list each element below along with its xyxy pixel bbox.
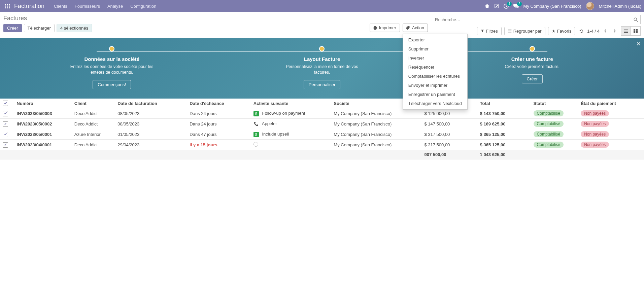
action-post[interactable]: Comptabiliser les écritures [403,72,467,81]
search-input[interactable] [432,17,631,22]
app-title[interactable]: Facturation [14,3,44,10]
control-panel: Factures Créer Télécharger 4 sélectionné… [0,12,644,38]
svg-rect-14 [636,31,638,33]
action-delete[interactable]: Supprimer [403,44,467,53]
search-icon[interactable] [631,17,640,22]
close-icon[interactable]: ✕ [636,41,641,47]
nav-fournisseurs[interactable]: Fournisseurs [71,1,103,11]
th-due-date[interactable]: Date d'échéance [187,99,251,108]
svg-line-10 [636,20,638,22]
svg-point-9 [634,18,637,21]
nav-analyse[interactable]: Analyse [104,1,126,11]
cell-inv-date: 29/04/2023 [115,140,187,150]
cell-total: $ 365 125,00 [477,140,531,150]
th-client[interactable]: Client [72,99,115,108]
row-checkbox[interactable] [3,111,8,116]
cell-state: Comptabilisé [531,119,578,129]
cell-activity[interactable]: 📞 Appeler [251,119,331,129]
th-state[interactable]: Statut [531,99,578,108]
step-desc: Créez votre première facture. [505,64,560,70]
top-navbar: Facturation Clients Fournisseurs Analyse… [0,0,644,12]
status-badge: Comptabilisé [534,110,564,116]
cell-due-date: il y a 15 jours [187,140,251,150]
cell-client: Deco Addict [72,140,115,150]
cell-untaxed: $ 317 500,00 [421,140,477,150]
cell-company: My Company (San Francisco) [331,119,421,129]
cell-total: $ 365 125,00 [477,129,531,140]
row-checkbox[interactable] [3,132,8,137]
cell-total: $ 143 750,00 [477,108,531,119]
bug-icon[interactable] [485,4,489,8]
cell-activity[interactable]: $ Follow-up on payment [251,108,331,119]
svg-rect-0 [5,4,6,5]
refresh-icon[interactable] [578,27,585,35]
cell-activity[interactable]: $ Include upsell [251,129,331,140]
avatar[interactable] [586,2,594,10]
nav-clients[interactable]: Clients [50,1,71,11]
cell-pay-state: Non payées [578,140,644,150]
user-menu[interactable]: Mitchell Admin (lucas) [599,4,641,9]
pager: 1-4 / 4 [578,27,618,35]
list-view-icon [624,29,628,33]
svg-rect-13 [634,31,635,33]
table-row[interactable]: INV/2023/05/0002Deco Addict08/05/2023Dan… [0,119,644,129]
step-dot [109,46,114,51]
table-row[interactable]: INV/2023/04/0001Deco Addict29/04/2023il … [0,140,644,150]
filters-button[interactable]: Filtres [477,27,501,35]
action-reverse[interactable]: Inverser [403,53,467,63]
th-number[interactable]: Numéro [14,99,72,108]
messages-icon[interactable]: 2 [513,4,519,8]
view-list-button[interactable] [621,26,631,36]
row-checkbox[interactable] [3,142,8,148]
action-register-payment[interactable]: Enregistrer un paiement [403,90,467,99]
pager-value[interactable]: 1-4 / 4 [587,29,600,34]
svg-rect-6 [5,7,6,8]
action-export[interactable]: Exporter [403,35,467,44]
activity-label: Follow-up on payment [262,111,305,116]
table-header-row: Numéro Client Date de facturation Date d… [0,99,644,108]
cell-activity[interactable] [251,140,331,150]
gear-icon [406,26,410,30]
step-button-company[interactable]: Commençons! [93,80,131,89]
row-checkbox[interactable] [3,121,8,127]
table-row[interactable]: INV/2023/05/0001Azure Interior01/05/2023… [0,129,644,140]
cell-number: INV/2023/05/0002 [14,119,72,129]
cell-untaxed: $ 317 500,00 [421,129,477,140]
th-total[interactable]: Total [477,99,531,108]
footer-untaxed: 907 500,00 [421,150,477,159]
download-button[interactable]: Télécharger [24,24,55,32]
edit-icon[interactable] [494,4,499,8]
list-icon [508,29,512,33]
step-title: Créer une facture [511,56,553,62]
action-download-nextcloud[interactable]: Télécharger vers Nextcloud [403,99,467,108]
action-resequence[interactable]: Reséquencer [403,63,467,72]
cell-pay-state: Non payées [578,108,644,119]
favorites-button[interactable]: Favoris [548,27,575,35]
apps-icon[interactable] [3,4,12,8]
action-send-print[interactable]: Envoyer et imprimer [403,81,467,90]
activities-icon[interactable]: 4 [504,4,509,9]
header-checkbox[interactable] [3,101,8,106]
nav-configuration[interactable]: Configuration [127,1,160,11]
th-next-act[interactable]: Activité suivante [251,99,331,108]
th-inv-date[interactable]: Date de facturation [115,99,187,108]
svg-rect-2 [9,4,10,5]
svg-rect-8 [9,7,10,8]
step-button-layout[interactable]: Personnaliser [304,80,341,89]
action-button[interactable]: Action [403,24,428,32]
view-kanban-button[interactable] [631,26,641,36]
pager-next[interactable] [611,27,618,35]
print-button[interactable]: Imprimer [370,24,400,32]
create-button[interactable]: Créer [3,24,22,32]
company-switcher[interactable]: My Company (San Francisco) [523,4,581,9]
cell-pay-state: Non payées [578,119,644,129]
step-button-invoice[interactable]: Créer [522,74,543,83]
selection-count[interactable]: 4 sélectionnés [57,24,92,32]
cell-due-date: Dans 24 jours [187,119,251,129]
systray: 4 2 My Company (San Francisco) Mitchell … [485,2,641,10]
table-row[interactable]: INV/2023/05/0003Deco Addict08/05/2023Dan… [0,108,644,119]
th-pay-state[interactable]: État du paiement [578,99,644,108]
pager-prev[interactable] [602,27,609,35]
cell-inv-date: 08/05/2023 [115,119,187,129]
groupby-button[interactable]: Regrouper par [504,27,545,35]
